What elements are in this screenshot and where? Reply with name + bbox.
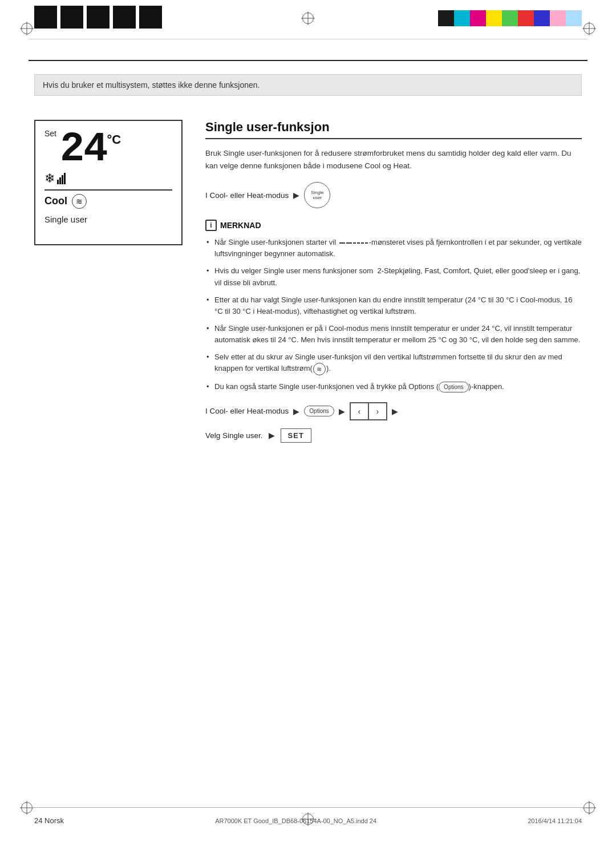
arrow-icon-3: ▶ xyxy=(339,407,345,416)
footer-date: 2016/4/14 11:21:04 xyxy=(528,817,582,824)
merknad-section: i MERKNAD Når Single user-funksjonen sta… xyxy=(205,220,582,392)
crosshair-top-left xyxy=(20,22,34,35)
main-content: Single user-funksjon Bruk Single user-fu… xyxy=(205,120,582,443)
single-user-btn-bot: user xyxy=(313,195,322,201)
black-square-2 xyxy=(60,6,83,29)
temperature-display: 24 °C xyxy=(60,129,121,170)
crosshair-bottom-right xyxy=(582,801,596,815)
page-number: 24 Norsk xyxy=(34,816,64,825)
icons-row: ❄ xyxy=(44,171,66,186)
color-black xyxy=(438,10,454,26)
velg-label: Velg Single user. xyxy=(205,431,263,440)
bottom-rule xyxy=(29,807,587,808)
dash-pattern-icon xyxy=(339,242,368,244)
temperature-number: 24 xyxy=(60,129,107,170)
instruction2-text: I Cool- eller Heat-modus xyxy=(205,407,289,415)
crosshair-top-right xyxy=(582,22,596,35)
color-cyan xyxy=(454,10,470,26)
color-blue xyxy=(534,10,550,26)
fan-bar-2 xyxy=(59,177,61,184)
color-red xyxy=(518,10,534,26)
snowflake-icon: ❄ xyxy=(44,171,55,186)
black-square-1 xyxy=(34,6,57,29)
set-label: Set xyxy=(44,129,56,138)
footer: 24 Norsk AR7000K ET Good_IB_DB68-06154A-… xyxy=(34,816,582,825)
single-user-button: Single user xyxy=(304,182,330,208)
list-item: Hvis du velger Single user mens funksjon… xyxy=(205,265,582,288)
top-registration-marks xyxy=(34,6,162,29)
merknad-title: MERKNAD xyxy=(220,221,261,230)
display-divider xyxy=(44,189,172,191)
nav-buttons-group: ‹ › xyxy=(350,402,387,420)
display-diagram: Set 24 °C ❄ Cool ≋ Single user xyxy=(34,120,183,245)
list-item: Etter at du har valgt Single user-funksj… xyxy=(205,294,582,317)
arrow-icon-2: ▶ xyxy=(293,407,299,416)
black-square-5 xyxy=(139,6,162,29)
set-button[interactable]: SET xyxy=(281,428,311,443)
crosshair-center-top xyxy=(301,11,315,25)
nav-right-button[interactable]: › xyxy=(368,403,387,420)
mode-instruction-1: I Cool- eller Heat-modus ▶ Single user xyxy=(205,182,582,208)
list-item: Når Single user-funksjonen er på i Cool-… xyxy=(205,323,582,346)
top-rule xyxy=(29,60,587,61)
black-square-3 xyxy=(87,6,110,29)
list-item: Når Single user-funksjonen starter vil -… xyxy=(205,237,582,260)
crosshair-bottom-left xyxy=(20,801,34,815)
top-separator xyxy=(29,39,587,39)
color-lightblue xyxy=(566,10,582,26)
color-yellow xyxy=(486,10,502,26)
notice-box: Hvis du bruker et multisystem, støttes i… xyxy=(34,74,582,96)
single-user-label: Single user xyxy=(44,214,87,224)
merknad-header: i MERKNAD xyxy=(205,220,582,231)
instruction-row-2: I Cool- eller Heat-modus ▶ Options ▶ ‹ ›… xyxy=(205,402,582,420)
fan-bar-3 xyxy=(62,175,63,184)
color-magenta xyxy=(470,10,486,26)
nav-left-button[interactable]: ‹ xyxy=(350,403,368,420)
fan-bar-1 xyxy=(57,180,59,184)
velg-row: Velg Single user. ▶ SET xyxy=(205,428,582,443)
merknad-icon: i xyxy=(205,220,217,231)
wind-inline-icon: ≋ xyxy=(313,363,326,375)
list-item: Du kan også starte Single user-funksjone… xyxy=(205,381,582,392)
fan-bar-4 xyxy=(64,173,66,184)
display-area: Set 24 °C ❄ Cool ≋ Single user xyxy=(44,129,172,224)
mode-label: Cool xyxy=(44,195,67,207)
degree-symbol: °C xyxy=(107,133,121,146)
airflow-icon: ≋ xyxy=(72,194,87,209)
options-button[interactable]: Options xyxy=(304,406,334,416)
section-title: Single user-funksjon xyxy=(205,120,582,139)
single-user-btn-top: Single xyxy=(311,190,323,196)
fan-bars-icon xyxy=(57,173,66,184)
arrow-icon-4: ▶ xyxy=(392,407,398,416)
intro-text: Bruk Single user-funksjonen for å reduse… xyxy=(205,147,582,172)
mode-row: Cool ≋ xyxy=(44,194,87,209)
color-pink xyxy=(550,10,566,26)
color-green xyxy=(502,10,518,26)
instruction1-text: I Cool- eller Heat-modus xyxy=(205,191,289,200)
black-square-4 xyxy=(113,6,136,29)
arrow-icon-1: ▶ xyxy=(293,191,299,200)
options-button-inline: Options xyxy=(439,382,468,392)
footer-file: AR7000K ET Good_IB_DB68-06154A-00_NO_A5.… xyxy=(215,817,376,824)
color-calibration-bar xyxy=(438,10,582,26)
arrow-icon-5: ▶ xyxy=(269,431,275,440)
list-item: Selv etter at du skrur av Single user-fu… xyxy=(205,351,582,375)
bullet-list: Når Single user-funksjonen starter vil -… xyxy=(205,237,582,392)
notice-text: Hvis du bruker et multisystem, støttes i… xyxy=(43,80,260,90)
